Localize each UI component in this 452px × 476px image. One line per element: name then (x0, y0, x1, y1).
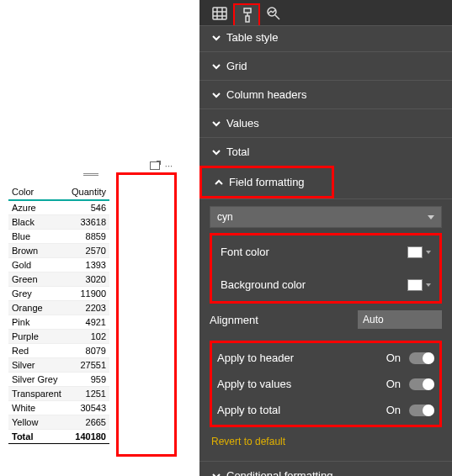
table-row[interactable]: Pink4921 (8, 315, 109, 330)
cell-quantity: 959 (66, 373, 109, 387)
cell-color: Silver Grey (8, 373, 66, 387)
cell-quantity: 3020 (66, 272, 109, 287)
data-table: Color Quantity Azure546Black33618Blue885… (8, 184, 109, 444)
focus-mode-icon[interactable] (150, 161, 160, 170)
cell-color: Azure (8, 200, 66, 215)
table-row[interactable]: Brown2570 (8, 244, 109, 258)
background-color-label: Background color (221, 278, 306, 291)
section-label: Field formatting (229, 176, 305, 188)
table-row[interactable]: Azure546 (8, 200, 109, 215)
cell-color: Orange (8, 301, 66, 315)
background-color-picker[interactable] (407, 279, 431, 291)
cell-quantity: 102 (66, 330, 109, 344)
apply-total-toggle[interactable] (409, 405, 434, 416)
table-row[interactable]: Green3020 (8, 272, 109, 287)
cell-color: Red (8, 344, 66, 358)
section-label: Conditional formatting (226, 469, 332, 476)
alignment-select[interactable]: Auto (358, 310, 442, 329)
section-grid[interactable]: Grid (199, 51, 452, 80)
chevron-down-icon (426, 251, 431, 254)
table-row[interactable]: Yellow2665 (8, 415, 109, 430)
cell-quantity: 2203 (66, 301, 109, 315)
col-header-color[interactable]: Color (8, 184, 66, 200)
section-field-formatting[interactable]: Field formatting (199, 166, 334, 198)
revert-to-default[interactable]: Revert to default (210, 427, 442, 452)
cell-quantity: 1393 (66, 258, 109, 272)
chevron-up-icon (212, 178, 226, 187)
field-select[interactable]: cyn (210, 206, 442, 228)
chevron-down-icon (210, 472, 223, 477)
cell-color: Yellow (8, 415, 66, 430)
table-row[interactable]: Transparent1251 (8, 387, 109, 401)
svg-rect-7 (246, 16, 249, 22)
chevron-down-icon (426, 283, 431, 287)
apply-toggle-group: Apply to header On Apply to values On Ap… (210, 341, 442, 427)
cell-color: Transparent (8, 387, 66, 401)
panel-tabs (199, 0, 452, 25)
font-color-label: Font color (221, 246, 269, 258)
cell-quantity: 33618 (66, 215, 109, 230)
cell-quantity: 4921 (66, 315, 109, 330)
section-label: Grid (226, 60, 247, 72)
table-row[interactable]: Red8079 (8, 344, 109, 358)
chevron-down-icon (210, 119, 223, 128)
apply-values-toggle[interactable] (409, 378, 434, 390)
apply-header-label: Apply to header (217, 352, 294, 364)
table-row[interactable]: Silver27551 (8, 358, 109, 373)
svg-rect-5 (244, 8, 251, 13)
cell-quantity: 546 (66, 200, 109, 215)
fields-tab[interactable] (206, 3, 233, 25)
format-panel: Table style Grid Column headers Values T… (199, 0, 452, 476)
cell-color: Blue (8, 230, 66, 244)
chevron-down-icon (428, 215, 434, 219)
section-values[interactable]: Values (199, 108, 452, 137)
table-row[interactable]: Grey11900 (8, 287, 109, 301)
cell-color: Gold (8, 258, 66, 272)
section-label: Values (226, 117, 259, 130)
cell-color: White (8, 401, 66, 415)
svg-line-10 (269, 11, 271, 13)
table-row[interactable]: Gold1393 (8, 258, 109, 272)
table-row[interactable]: Silver Grey959 (8, 373, 109, 387)
table-row[interactable]: Black33618 (8, 215, 109, 230)
apply-header-toggle[interactable] (409, 352, 434, 364)
analytics-tab[interactable] (260, 3, 287, 25)
more-options-icon[interactable]: ··· (165, 161, 173, 171)
cell-color: Silver (8, 358, 66, 373)
cell-quantity: 30543 (66, 401, 109, 415)
table-row[interactable]: Blue8859 (8, 230, 109, 244)
chevron-down-icon (210, 148, 223, 156)
color-options-group: Font color Background color (210, 233, 442, 304)
annotation-box (116, 172, 177, 457)
chevron-down-icon (210, 91, 223, 99)
cell-quantity: 8079 (66, 344, 109, 358)
alignment-label: Alignment (210, 314, 258, 326)
cell-color: Grey (8, 287, 66, 301)
section-label: Column headers (226, 88, 306, 101)
field-formatting-body: cyn Font color Background color Alignmen… (199, 198, 452, 461)
section-column-headers[interactable]: Column headers (199, 80, 452, 108)
section-label: Table style (226, 31, 278, 44)
section-conditional-formatting[interactable]: Conditional formatting (199, 461, 452, 476)
section-total[interactable]: Total (199, 137, 452, 166)
svg-line-9 (275, 15, 279, 19)
total-label: Total (8, 430, 66, 444)
table-visual: ··· Color Quantity Azure546Black33618Blu… (8, 172, 173, 444)
field-select-value: cyn (217, 211, 233, 223)
section-label: Total (226, 145, 249, 158)
table-row[interactable]: Purple102 (8, 330, 109, 344)
drag-handle-icon[interactable] (83, 172, 98, 177)
color-swatch (407, 246, 423, 258)
alignment-value: Auto (363, 314, 384, 325)
cell-quantity: 2665 (66, 415, 109, 430)
font-color-picker[interactable] (407, 246, 431, 258)
toggle-state: On (386, 352, 401, 364)
cell-quantity: 11900 (66, 287, 109, 301)
table-row[interactable]: White30543 (8, 401, 109, 415)
toggle-state: On (386, 378, 401, 390)
format-tab[interactable] (233, 3, 260, 25)
cell-quantity: 2570 (66, 244, 109, 258)
table-row[interactable]: Orange2203 (8, 301, 109, 315)
col-header-quantity[interactable]: Quantity (66, 184, 109, 200)
section-table-style[interactable]: Table style (199, 25, 452, 51)
